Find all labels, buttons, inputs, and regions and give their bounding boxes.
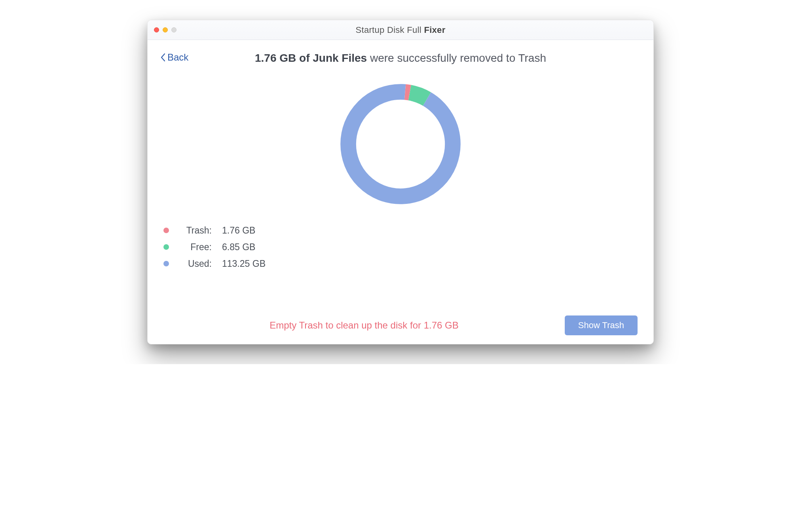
close-icon[interactable] [154, 27, 159, 32]
chevron-left-icon [160, 53, 166, 62]
legend-color-icon [163, 244, 169, 250]
back-button-label: Back [167, 52, 188, 63]
zoom-icon [171, 27, 177, 32]
content-area: Back 1.76 GB of Junk Files were successf… [148, 40, 653, 344]
footer: Empty Trash to clean up the disk for 1.7… [163, 315, 638, 335]
back-button[interactable]: Back [160, 52, 188, 63]
legend-row: Free:6.85 GB [163, 239, 638, 255]
page-title-bold: 1.76 GB of Junk Files [255, 52, 367, 64]
window-title: Startup Disk Full Fixer [148, 25, 653, 35]
legend-value: 1.76 GB [222, 225, 277, 236]
minimize-icon[interactable] [163, 27, 168, 32]
title-bar: Startup Disk Full Fixer [148, 20, 653, 40]
legend-value: 113.25 GB [222, 258, 277, 269]
legend-row: Used:113.25 GB [163, 255, 638, 272]
legend: Trash:1.76 GBFree:6.85 GBUsed:113.25 GB [163, 222, 638, 272]
legend-label: Trash: [176, 225, 212, 236]
page-title-rest: were successfully removed to Trash [367, 52, 546, 64]
legend-color-icon [163, 261, 169, 266]
legend-label: Free: [176, 242, 212, 253]
legend-row: Trash:1.76 GB [163, 222, 638, 239]
page-title: 1.76 GB of Junk Files were successfully … [163, 52, 638, 65]
app-window: Startup Disk Full Fixer Back 1.76 GB of … [147, 20, 654, 344]
window-title-prefix: Startup Disk Full [356, 25, 424, 35]
empty-trash-tip: Empty Trash to clean up the disk for 1.7… [163, 320, 565, 331]
disk-usage-donut [163, 79, 638, 209]
traffic-lights [154, 27, 177, 32]
legend-color-icon [163, 228, 169, 233]
donut-segment-used [348, 92, 453, 196]
legend-label: Used: [176, 258, 212, 269]
window-title-suffix: Fixer [424, 25, 445, 35]
legend-value: 6.85 GB [222, 242, 277, 253]
show-trash-button[interactable]: Show Trash [565, 315, 638, 335]
